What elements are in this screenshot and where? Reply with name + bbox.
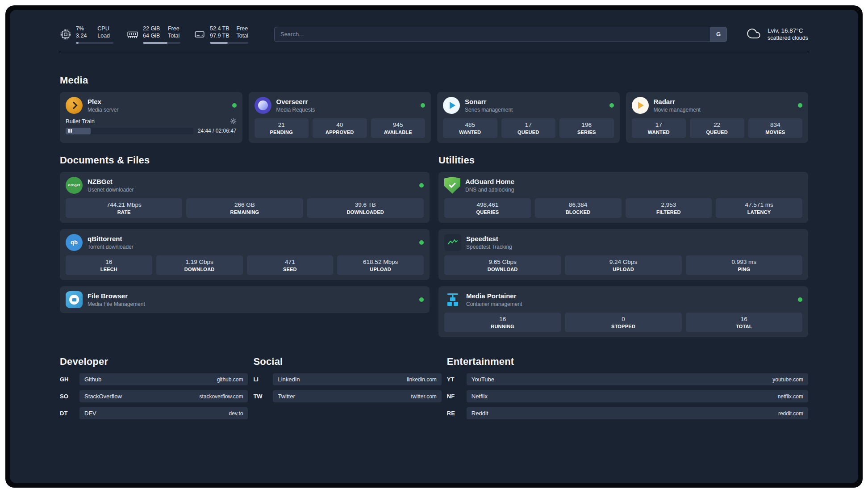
window-frame: 7% CPU 3.24 Load — [5, 5, 863, 488]
search-input[interactable] — [274, 27, 727, 42]
app-subtitle: Media server — [88, 107, 227, 113]
ram-total-label: Total — [168, 32, 180, 39]
app-subtitle: DNS and adblocking — [465, 187, 802, 193]
stat-queued: 17 QUEUED — [501, 118, 556, 138]
stat-leech: 16 LEECH — [66, 255, 152, 275]
weather-location: Lviv, 16.87°C — [768, 27, 808, 34]
stat-approved: 40 APPROVED — [313, 118, 367, 138]
app-card-portainer[interactable]: Media Portainer Container management 16 … — [438, 286, 808, 337]
app-card-overseerr[interactable]: Overseerr Media Requests 21 PENDING 40 A… — [249, 92, 431, 143]
app-title: File Browser — [88, 292, 414, 300]
stat-filtered: 2,953 FILTERED — [626, 198, 712, 218]
section-title-media: Media — [60, 75, 808, 86]
app-title: AdGuard Home — [465, 178, 802, 186]
app-subtitle: Movie management — [654, 107, 793, 113]
settings-icon[interactable] — [230, 118, 237, 125]
app-card-plex[interactable]: Plex Media server Bullet Train — [60, 92, 242, 143]
app-title: Sonarr — [465, 98, 605, 106]
section-documents: Documents & Files nzbget NZBGet Usenet d… — [60, 155, 430, 313]
status-online-dot — [419, 240, 424, 245]
ram-free-value: 22 GiB — [143, 25, 161, 32]
bookmark-group-entertainment: Entertainment YT YouTube youtube.com NF … — [447, 356, 808, 424]
app-card-filebrowser[interactable]: File Browser Media File Management — [60, 286, 430, 313]
bookmark-twitter[interactable]: TW Twitter twitter.com — [253, 390, 441, 402]
portainer-icon — [444, 291, 461, 308]
bookmark-netflix[interactable]: NF Netflix netflix.com — [447, 390, 808, 402]
cpu-load-value: 3.24 — [76, 32, 90, 39]
stat-seed: 471 SEED — [247, 255, 334, 275]
speedtest-icon — [444, 234, 461, 251]
app-subtitle: Speedtest Tracking — [466, 244, 802, 250]
ram-total-value: 64 GiB — [143, 32, 161, 39]
stat-remaining: 266 GB REMAINING — [186, 198, 303, 218]
radarr-icon — [632, 97, 649, 114]
app-card-sonarr[interactable]: Sonarr Series management 485 WANTED 17 Q… — [437, 92, 620, 143]
filebrowser-icon — [66, 291, 83, 308]
stat-latency: 47.571 ms LATENCY — [716, 198, 802, 218]
app-subtitle: Media Requests — [276, 107, 416, 113]
search-engine-button[interactable]: G — [710, 27, 727, 42]
header-divider — [60, 52, 808, 52]
stat-wanted: 485 WANTED — [443, 118, 497, 138]
playback-time: 24:44 / 02:06:47 — [198, 128, 237, 134]
app-subtitle: Torrent downloader — [88, 244, 414, 250]
cpu-metric: 7% CPU 3.24 Load — [60, 25, 113, 44]
now-playing-title: Bullet Train — [66, 118, 230, 125]
weather-condition: scattered clouds — [768, 35, 808, 41]
app-card-adguard[interactable]: AdGuard Home DNS and adblocking 498,461 … — [438, 172, 808, 223]
dashboard: 7% CPU 3.24 Load — [10, 10, 858, 483]
sonarr-icon — [443, 97, 460, 114]
pause-icon[interactable] — [68, 129, 72, 133]
bookmark-group-developer: Developer GH Github github.com SO StackO… — [60, 356, 248, 424]
app-card-radarr[interactable]: Radarr Movie management 17 WANTED 22 QUE… — [626, 92, 809, 143]
weather-widget: Lviv, 16.87°C scattered clouds — [746, 27, 808, 42]
cpu-usage-value: 7% — [76, 25, 90, 32]
stat-running: 16 RUNNING — [444, 313, 561, 332]
disk-total-value: 97.9 TB — [210, 32, 230, 39]
bookmark-linkedin[interactable]: LI LinkedIn linkedin.com — [253, 373, 441, 385]
app-title: Plex — [88, 98, 227, 106]
qbittorrent-icon: qb — [66, 234, 83, 251]
section-title-social: Social — [253, 356, 441, 368]
ram-progress-bar — [143, 42, 180, 44]
bookmark-reddit[interactable]: RE Reddit reddit.com — [447, 407, 808, 419]
disk-free-label: Free — [237, 25, 248, 32]
stat-upload: 9.24 Gbps UPLOAD — [565, 255, 681, 275]
stat-total: 16 TOTAL — [686, 313, 802, 332]
section-title-entertainment: Entertainment — [447, 356, 808, 368]
section-media: Media Plex Media server Bullet Train — [60, 75, 808, 143]
stat-queued: 22 QUEUED — [690, 118, 744, 138]
app-subtitle: Series management — [465, 107, 605, 113]
stat-download: 9.65 Gbps DOWNLOAD — [444, 255, 561, 275]
stat-pending: 21 PENDING — [255, 118, 309, 138]
app-card-qbittorrent[interactable]: qb qBittorrent Torrent downloader 16 LEE… — [60, 229, 430, 280]
bookmark-dev[interactable]: DT DEV dev.to — [60, 407, 248, 419]
bookmark-youtube[interactable]: YT YouTube youtube.com — [447, 373, 808, 385]
disk-progress-bar — [210, 42, 248, 44]
stat-ping: 0.993 ms PING — [686, 255, 802, 275]
app-title: Speedtest — [466, 235, 802, 243]
ram-metric: 22 GiB Free 64 GiB Total — [127, 25, 180, 44]
stat-queries: 498,461 QUERIES — [444, 198, 531, 218]
app-title: NZBGet — [88, 178, 414, 186]
cpu-icon — [60, 29, 71, 40]
header: 7% CPU 3.24 Load — [60, 19, 808, 44]
section-title-utilities: Utilities — [438, 155, 808, 166]
bookmark-github[interactable]: GH Github github.com — [60, 373, 248, 385]
app-title: Media Portainer — [466, 292, 793, 300]
stat-available: 945 AVAILABLE — [371, 118, 426, 138]
stat-upload: 618.52 Mbps UPLOAD — [337, 255, 424, 275]
plex-icon — [66, 97, 83, 114]
status-online-dot — [798, 297, 802, 302]
cpu-usage-label: CPU — [97, 25, 113, 32]
app-card-nzbget[interactable]: nzbget NZBGet Usenet downloader 744.21 M… — [60, 172, 430, 223]
status-online-dot — [232, 103, 237, 108]
playback-progress-bar[interactable] — [66, 128, 193, 134]
app-subtitle: Container management — [466, 301, 793, 307]
stat-series: 196 SERIES — [559, 118, 614, 138]
stat-wanted: 17 WANTED — [632, 118, 686, 138]
bookmark-stackoverflow[interactable]: SO StackOverflow stackoverflow.com — [60, 390, 248, 402]
ram-icon — [127, 29, 138, 40]
stat-blocked: 86,384 BLOCKED — [535, 198, 622, 218]
app-card-speedtest[interactable]: Speedtest Speedtest Tracking 9.65 Gbps D… — [438, 229, 808, 280]
